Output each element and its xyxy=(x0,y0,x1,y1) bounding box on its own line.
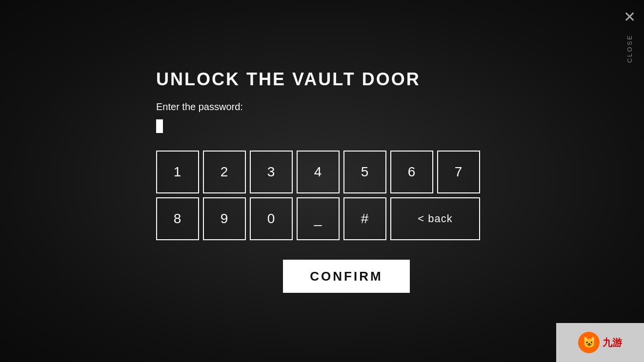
key-hash[interactable]: # xyxy=(343,197,386,240)
key-7[interactable]: 7 xyxy=(437,151,480,193)
password-label: Enter the password: xyxy=(156,101,243,113)
key-back[interactable]: < back xyxy=(390,197,480,240)
keypad-row-2: 8 9 0 _ # < back xyxy=(156,197,480,240)
watermark-icon: 😺 xyxy=(578,332,600,353)
text-cursor xyxy=(156,119,163,133)
page-title: UNLOCK THE VAULT DOOR xyxy=(156,69,421,90)
keypad-row-1: 1 2 3 4 5 6 7 xyxy=(156,151,480,193)
key-4[interactable]: 4 xyxy=(297,151,340,193)
key-9[interactable]: 9 xyxy=(203,197,246,240)
key-2[interactable]: 2 xyxy=(203,151,246,193)
password-display xyxy=(156,117,254,135)
main-container: UNLOCK THE VAULT DOOR Enter the password… xyxy=(0,0,644,362)
key-1[interactable]: 1 xyxy=(156,151,199,193)
key-5[interactable]: 5 xyxy=(343,151,386,193)
close-area: ✕ CLOSE xyxy=(615,0,644,362)
key-0[interactable]: 0 xyxy=(250,197,293,240)
key-underscore[interactable]: _ xyxy=(297,197,340,240)
key-6[interactable]: 6 xyxy=(390,151,433,193)
key-8[interactable]: 8 xyxy=(156,197,199,240)
keypad: 1 2 3 4 5 6 7 8 9 0 _ # < back xyxy=(156,151,480,240)
close-label: CLOSE xyxy=(626,34,633,63)
key-3[interactable]: 3 xyxy=(250,151,293,193)
confirm-button[interactable]: CONFIRM xyxy=(283,260,410,293)
watermark: 😺 九游 xyxy=(556,323,644,362)
watermark-text: 九游 xyxy=(603,336,622,349)
close-icon[interactable]: ✕ xyxy=(624,10,636,24)
